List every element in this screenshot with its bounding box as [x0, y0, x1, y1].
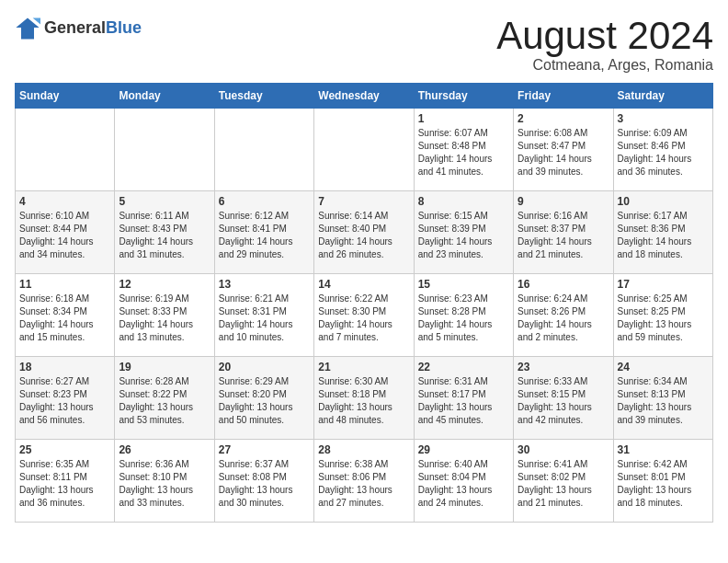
table-row: 19Sunrise: 6:28 AM Sunset: 8:22 PM Dayli… — [115, 357, 214, 440]
day-info: Sunrise: 6:07 AM Sunset: 8:48 PM Dayligh… — [418, 127, 509, 178]
day-info: Sunrise: 6:16 AM Sunset: 8:37 PM Dayligh… — [518, 210, 609, 261]
day-info: Sunrise: 6:23 AM Sunset: 8:28 PM Dayligh… — [418, 293, 509, 344]
day-info: Sunrise: 6:22 AM Sunset: 8:30 PM Dayligh… — [318, 293, 409, 344]
day-number: 15 — [418, 278, 509, 291]
table-row: 22Sunrise: 6:31 AM Sunset: 8:17 PM Dayli… — [414, 357, 513, 440]
day-number: 23 — [518, 361, 609, 373]
table-row: 9Sunrise: 6:16 AM Sunset: 8:37 PM Daylig… — [514, 191, 613, 274]
header: GeneralBlue August 2024 Cotmeana, Arges,… — [15, 15, 713, 74]
day-number: 19 — [119, 361, 210, 373]
table-row — [115, 109, 214, 191]
day-info: Sunrise: 6:25 AM Sunset: 8:25 PM Dayligh… — [618, 293, 709, 344]
day-info: Sunrise: 6:33 AM Sunset: 8:15 PM Dayligh… — [518, 375, 609, 427]
day-number: 3 — [618, 112, 709, 125]
header-thursday: Thursday — [414, 84, 513, 109]
subtitle: Cotmeana, Arges, Romania — [496, 57, 713, 74]
table-row: 6Sunrise: 6:12 AM Sunset: 8:41 PM Daylig… — [214, 191, 313, 274]
day-info: Sunrise: 6:21 AM Sunset: 8:31 PM Dayligh… — [219, 293, 310, 344]
main-title: August 2024 — [496, 15, 713, 57]
calendar-header-row: Sunday Monday Tuesday Wednesday Thursday… — [16, 84, 713, 109]
day-number: 10 — [618, 195, 709, 208]
table-row: 2Sunrise: 6:08 AM Sunset: 8:47 PM Daylig… — [514, 109, 613, 191]
day-number: 5 — [119, 195, 210, 208]
table-row: 17Sunrise: 6:25 AM Sunset: 8:25 PM Dayli… — [613, 274, 712, 357]
day-info: Sunrise: 6:19 AM Sunset: 8:33 PM Dayligh… — [119, 293, 210, 344]
table-row: 21Sunrise: 6:30 AM Sunset: 8:18 PM Dayli… — [314, 357, 414, 440]
logo-icon — [15, 15, 40, 40]
day-number: 30 — [518, 443, 609, 456]
day-number: 17 — [618, 278, 709, 291]
logo-text: GeneralBlue — [44, 18, 142, 38]
table-row: 14Sunrise: 6:22 AM Sunset: 8:30 PM Dayli… — [314, 274, 414, 357]
day-info: Sunrise: 6:12 AM Sunset: 8:41 PM Dayligh… — [219, 210, 310, 261]
table-row — [314, 109, 414, 191]
day-info: Sunrise: 6:11 AM Sunset: 8:43 PM Dayligh… — [119, 210, 210, 261]
table-row: 18Sunrise: 6:27 AM Sunset: 8:23 PM Dayli… — [16, 357, 115, 440]
day-number: 6 — [219, 195, 310, 208]
table-row: 13Sunrise: 6:21 AM Sunset: 8:31 PM Dayli… — [214, 274, 313, 357]
day-info: Sunrise: 6:08 AM Sunset: 8:47 PM Dayligh… — [518, 127, 609, 178]
calendar-week-row: 1Sunrise: 6:07 AM Sunset: 8:48 PM Daylig… — [16, 109, 713, 191]
calendar-week-row: 18Sunrise: 6:27 AM Sunset: 8:23 PM Dayli… — [16, 357, 713, 440]
day-number: 13 — [219, 278, 310, 291]
day-number: 29 — [418, 443, 509, 456]
table-row: 27Sunrise: 6:37 AM Sunset: 8:08 PM Dayli… — [214, 440, 313, 523]
calendar-week-row: 4Sunrise: 6:10 AM Sunset: 8:44 PM Daylig… — [16, 191, 713, 274]
day-info: Sunrise: 6:29 AM Sunset: 8:20 PM Dayligh… — [219, 375, 310, 427]
day-number: 12 — [119, 278, 210, 291]
table-row: 5Sunrise: 6:11 AM Sunset: 8:43 PM Daylig… — [115, 191, 214, 274]
header-monday: Monday — [115, 84, 214, 109]
table-row: 31Sunrise: 6:42 AM Sunset: 8:01 PM Dayli… — [613, 440, 712, 523]
day-number: 16 — [518, 278, 609, 291]
day-number: 28 — [318, 443, 409, 456]
day-info: Sunrise: 6:17 AM Sunset: 8:36 PM Dayligh… — [618, 210, 709, 261]
day-info: Sunrise: 6:09 AM Sunset: 8:46 PM Dayligh… — [618, 127, 709, 178]
day-number: 31 — [618, 443, 709, 456]
day-info: Sunrise: 6:38 AM Sunset: 8:06 PM Dayligh… — [318, 458, 409, 510]
table-row: 8Sunrise: 6:15 AM Sunset: 8:39 PM Daylig… — [414, 191, 513, 274]
table-row: 1Sunrise: 6:07 AM Sunset: 8:48 PM Daylig… — [414, 109, 513, 191]
table-row: 23Sunrise: 6:33 AM Sunset: 8:15 PM Dayli… — [514, 357, 613, 440]
day-number: 18 — [19, 361, 110, 373]
day-number: 27 — [219, 443, 310, 456]
day-number: 1 — [418, 112, 509, 125]
table-row: 30Sunrise: 6:41 AM Sunset: 8:02 PM Dayli… — [514, 440, 613, 523]
table-row: 25Sunrise: 6:35 AM Sunset: 8:11 PM Dayli… — [16, 440, 115, 523]
table-row: 26Sunrise: 6:36 AM Sunset: 8:10 PM Dayli… — [115, 440, 214, 523]
table-row: 4Sunrise: 6:10 AM Sunset: 8:44 PM Daylig… — [16, 191, 115, 274]
day-number: 22 — [418, 361, 509, 373]
day-info: Sunrise: 6:14 AM Sunset: 8:40 PM Dayligh… — [318, 210, 409, 261]
day-info: Sunrise: 6:34 AM Sunset: 8:13 PM Dayligh… — [618, 375, 709, 427]
calendar-week-row: 25Sunrise: 6:35 AM Sunset: 8:11 PM Dayli… — [16, 440, 713, 523]
day-info: Sunrise: 6:30 AM Sunset: 8:18 PM Dayligh… — [318, 375, 409, 427]
header-saturday: Saturday — [613, 84, 712, 109]
day-number: 4 — [19, 195, 110, 208]
table-row — [214, 109, 313, 191]
day-info: Sunrise: 6:37 AM Sunset: 8:08 PM Dayligh… — [219, 458, 310, 510]
day-info: Sunrise: 6:18 AM Sunset: 8:34 PM Dayligh… — [19, 293, 110, 344]
day-info: Sunrise: 6:15 AM Sunset: 8:39 PM Dayligh… — [418, 210, 509, 261]
day-number: 25 — [19, 443, 110, 456]
day-info: Sunrise: 6:10 AM Sunset: 8:44 PM Dayligh… — [19, 210, 110, 261]
day-info: Sunrise: 6:31 AM Sunset: 8:17 PM Dayligh… — [418, 375, 509, 427]
day-number: 7 — [318, 195, 409, 208]
day-number: 21 — [318, 361, 409, 373]
header-friday: Friday — [514, 84, 613, 109]
table-row: 24Sunrise: 6:34 AM Sunset: 8:13 PM Dayli… — [613, 357, 712, 440]
day-info: Sunrise: 6:35 AM Sunset: 8:11 PM Dayligh… — [19, 458, 110, 510]
table-row: 29Sunrise: 6:40 AM Sunset: 8:04 PM Dayli… — [414, 440, 513, 523]
day-number: 9 — [518, 195, 609, 208]
table-row: 20Sunrise: 6:29 AM Sunset: 8:20 PM Dayli… — [214, 357, 313, 440]
header-tuesday: Tuesday — [214, 84, 313, 109]
table-row: 11Sunrise: 6:18 AM Sunset: 8:34 PM Dayli… — [16, 274, 115, 357]
table-row: 15Sunrise: 6:23 AM Sunset: 8:28 PM Dayli… — [414, 274, 513, 357]
table-row: 10Sunrise: 6:17 AM Sunset: 8:36 PM Dayli… — [613, 191, 712, 274]
day-info: Sunrise: 6:24 AM Sunset: 8:26 PM Dayligh… — [518, 293, 609, 344]
table-row: 7Sunrise: 6:14 AM Sunset: 8:40 PM Daylig… — [314, 191, 414, 274]
day-number: 20 — [219, 361, 310, 373]
table-row: 28Sunrise: 6:38 AM Sunset: 8:06 PM Dayli… — [314, 440, 414, 523]
day-number: 26 — [119, 443, 210, 456]
logo: GeneralBlue — [15, 15, 142, 40]
header-wednesday: Wednesday — [314, 84, 414, 109]
title-area: August 2024 Cotmeana, Arges, Romania — [496, 15, 713, 74]
